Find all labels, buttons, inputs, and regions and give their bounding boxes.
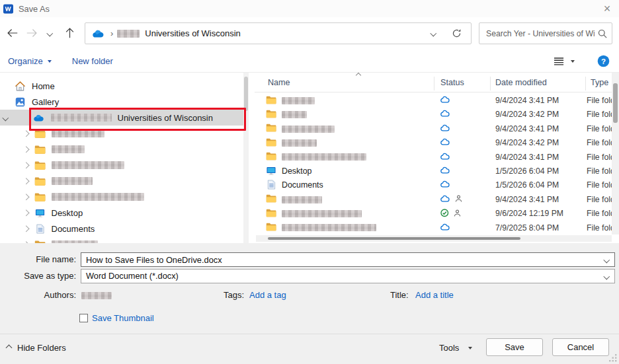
main-area: HomeGalleryUniversities of WisconsinDesk… (0, 73, 619, 243)
save-thumbnail-checkbox[interactable] (79, 314, 88, 322)
resize-grip[interactable] (609, 354, 617, 362)
hide-folders-button[interactable]: Hide Folders (7, 343, 66, 353)
file-row[interactable]: 9/4/2024 3:41 PMFile folder (255, 192, 612, 206)
help-icon[interactable]: ? (597, 55, 610, 67)
tools-button[interactable]: Tools (439, 343, 472, 353)
redacted-authors-value (81, 292, 112, 299)
add-title-link[interactable]: Add a title (415, 290, 454, 300)
file-name-cell (282, 223, 376, 232)
tree-expander-icon[interactable] (23, 162, 29, 168)
redacted-text (51, 114, 112, 122)
file-name-input[interactable] (81, 253, 600, 266)
status-cloud-icon (440, 138, 450, 145)
sidebar-item-desktop[interactable]: Desktop (0, 205, 243, 221)
sidebar-item-folder[interactable] (0, 173, 243, 189)
tree-expander-icon[interactable] (23, 194, 29, 200)
column-header-name[interactable]: Name (268, 78, 290, 87)
column-divider[interactable] (490, 77, 491, 91)
folder-icon (266, 123, 276, 133)
sidebar-scrollbar[interactable] (243, 73, 249, 243)
tree-expander-icon[interactable] (23, 225, 29, 231)
close-icon[interactable]: × (601, 1, 613, 16)
type-cell: File folder (587, 138, 612, 147)
save-as-type-dropdown-icon[interactable] (603, 273, 609, 279)
save-as-type-label: Save as type: (3, 271, 76, 281)
file-name-cell: Documents (282, 180, 323, 190)
tree-expander-icon[interactable] (3, 114, 9, 120)
tree-expander-icon[interactable] (23, 146, 29, 152)
horizontal-scrollbar[interactable] (256, 235, 612, 242)
sidebar-scrollbar-thumb[interactable] (244, 77, 248, 111)
sidebar-item-folder[interactable] (0, 189, 243, 205)
sidebar-item-folder[interactable] (0, 141, 243, 157)
column-divider[interactable] (585, 77, 586, 91)
file-row[interactable]: 9/4/2024 3:41 PMFile folder (255, 150, 612, 164)
sidebar-item-folder[interactable] (0, 126, 243, 141)
breadcrumb[interactable]: Universities of Wisconsin (145, 28, 241, 38)
file-row[interactable]: 7/9/2025 8:04 PMFile folder (255, 221, 612, 235)
file-row[interactable]: 9/4/2024 3:41 PMFile folder (255, 93, 612, 107)
file-row-documents[interactable]: Documents1/5/2026 6:04 PMFile folder (255, 178, 612, 192)
view-options-icon[interactable] (554, 57, 564, 66)
status-person-icon (454, 209, 461, 217)
sidebar-item-documents[interactable]: Documents (0, 221, 243, 237)
column-divider[interactable] (434, 77, 434, 91)
search-input[interactable] (479, 23, 612, 44)
redacted-file-name (282, 210, 362, 217)
column-header-status[interactable]: Status (440, 78, 464, 87)
save-as-type-select[interactable]: Word Document (*.docx) (81, 269, 615, 283)
file-name-dropdown-icon[interactable] (603, 256, 609, 262)
save-thumbnail-label[interactable]: Save Thumbnail (92, 313, 154, 323)
search-box[interactable] (479, 22, 612, 44)
file-name-field[interactable] (81, 252, 615, 267)
new-folder-button[interactable]: New folder (72, 56, 113, 66)
back-button[interactable] (7, 28, 18, 38)
sidebar-item-home[interactable]: Home (0, 78, 243, 94)
vertical-scrollbar-thumb[interactable] (613, 83, 618, 123)
file-name-cell (282, 124, 335, 133)
status-cloud-icon (440, 223, 450, 231)
cancel-button[interactable]: Cancel (552, 338, 609, 356)
sidebar-item-universities-of-wisconsin[interactable]: Universities of Wisconsin (0, 110, 243, 126)
save-as-dialog: Save As × › Universities of Wisconsin Or… (0, 0, 619, 364)
file-name-cell (282, 194, 322, 203)
file-row-desktop[interactable]: Desktop1/5/2026 6:04 PMFile folder (255, 164, 612, 178)
type-cell: File folder (587, 195, 612, 204)
file-row[interactable]: 9/4/2024 3:41 PMFile folder (255, 122, 612, 135)
title-bar: Save As × (0, 0, 619, 17)
sidebar-item-label: Documents (52, 224, 95, 234)
file-row[interactable]: 9/4/2024 3:42 PMFile folder (255, 135, 612, 149)
view-dropdown-icon[interactable] (571, 60, 575, 63)
tree-expander-icon[interactable] (23, 209, 29, 215)
recent-locations-icon[interactable] (47, 30, 53, 36)
column-header-date-modified[interactable]: Date modified (495, 78, 547, 87)
type-cell: File folder (587, 209, 612, 218)
organize-button[interactable]: Organize (8, 56, 52, 66)
add-tag-link[interactable]: Add a tag (249, 290, 286, 300)
sidebar-item-folder[interactable] (0, 157, 243, 173)
redacted-folder-name (52, 161, 124, 169)
sidebar-item-folder[interactable] (0, 237, 243, 243)
date-modified-cell: 1/5/2026 6:04 PM (495, 180, 559, 190)
file-row[interactable]: 9/6/2024 12:19 PMFile folder (255, 206, 612, 220)
folder-icon (266, 222, 276, 232)
up-button[interactable] (65, 28, 74, 38)
vertical-scrollbar[interactable] (612, 73, 619, 235)
breadcrumb-separator: › (110, 28, 113, 38)
address-dropdown-icon[interactable] (430, 30, 436, 36)
column-header-type[interactable]: Type (591, 78, 608, 87)
tree-expander-icon[interactable] (23, 178, 29, 184)
status-cloud-icon (440, 124, 450, 131)
folder-icon (34, 145, 46, 155)
file-row[interactable]: 9/4/2024 3:42 PMFile folder (255, 107, 612, 121)
status-cloud-icon (440, 195, 450, 202)
save-button[interactable]: Save (486, 338, 543, 356)
file-name-cell (282, 96, 315, 105)
refresh-icon[interactable] (452, 28, 462, 38)
documents-icon (266, 180, 276, 190)
horizontal-scrollbar-thumb[interactable] (268, 237, 520, 240)
tree-expander-icon[interactable] (23, 130, 29, 136)
sidebar-item-gallery[interactable]: Gallery (0, 94, 243, 110)
forward-button[interactable] (26, 28, 38, 38)
address-bar[interactable]: › Universities of Wisconsin (85, 22, 472, 44)
